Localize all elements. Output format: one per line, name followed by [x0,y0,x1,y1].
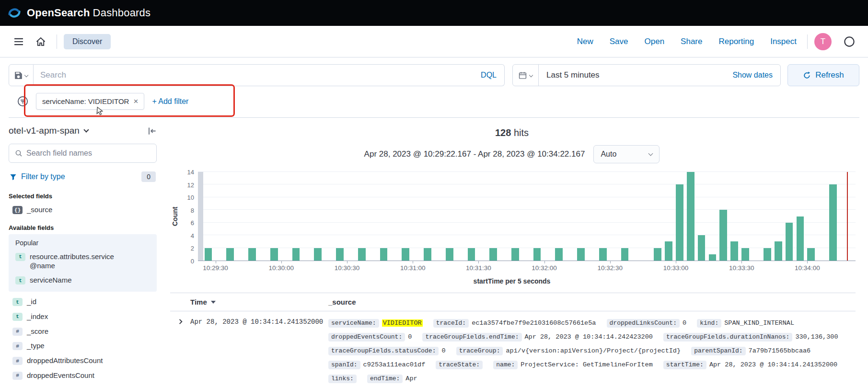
histogram-bar[interactable] [741,248,749,261]
histogram-bar[interactable] [577,248,585,261]
histogram-bar[interactable] [489,248,497,261]
histogram-bar[interactable] [599,248,607,261]
histogram-bar[interactable] [314,248,322,261]
sort-desc-icon[interactable] [211,301,216,304]
nav-link-new[interactable]: New [577,37,593,46]
available-fields-heading: Available fields [9,224,157,231]
histogram-bar[interactable] [797,216,804,261]
home-button[interactable] [32,33,50,51]
field-item-droppedEventsCount[interactable]: #droppedEventsCount [9,368,157,383]
source-field-traceGroupFields.statusCode: traceGroupFields.statusCode:0 [328,344,446,358]
field-item-_type[interactable]: #_type [9,339,157,353]
row-source: serviceName:VIDIEDITOR traceId:ec1a3574f… [328,316,856,386]
histogram-bar[interactable] [665,241,672,261]
histogram-bar[interactable] [807,248,815,261]
histogram-bar[interactable] [709,254,717,261]
x-tick-label: 10:29:30 [203,264,228,272]
histogram-bar[interactable] [205,248,212,261]
histogram-bar[interactable] [786,223,793,261]
histogram-bar[interactable] [248,248,256,261]
histogram-bar[interactable] [698,235,706,261]
histogram-bar[interactable] [292,248,300,261]
histogram-bar[interactable] [654,248,661,261]
interval-select[interactable]: Auto [593,145,660,163]
filter-pill[interactable]: serviceName: VIDIEDITOR × [36,93,144,110]
brand-title: OpenSearchDashboards [27,7,150,19]
histogram-bar[interactable] [555,248,563,261]
field-type-number-icon: # [12,372,23,380]
field-item-_score[interactable]: #_score [9,324,157,339]
x-tick-label: 10:33:00 [663,264,689,272]
nav-link-reporting[interactable]: Reporting [718,37,754,46]
histogram-bar[interactable] [402,248,409,261]
menu-button[interactable] [10,33,28,51]
histogram-bar[interactable] [676,184,683,261]
doc-table-body: Apr 28, 2023 @ 10:34:14.241352000service… [170,311,856,387]
x-tick-label: 10:30:00 [269,264,294,272]
expand-row-button[interactable] [170,316,190,325]
histogram-bar[interactable] [336,248,344,261]
collapse-left-icon [148,126,157,136]
histogram-bar[interactable] [270,248,278,261]
nav-link-inspect[interactable]: Inspect [770,37,797,46]
histogram-bar[interactable] [533,248,541,261]
y-tick-label: 8 [191,206,194,214]
collapse-sidebar-button[interactable] [148,126,157,136]
field-item-_id[interactable]: t_id [9,295,157,309]
histogram-bar[interactable] [621,248,629,261]
popular-heading: Popular [12,238,154,250]
filter-by-type[interactable]: Filter by type 0 [9,170,157,189]
nav-link-open[interactable]: Open [645,37,665,46]
histogram-bar[interactable] [424,248,431,261]
histogram-bar[interactable] [511,248,519,261]
field-name: serviceName [30,276,72,285]
field-item-serviceName[interactable]: tserviceName [12,273,154,288]
histogram-bar[interactable] [226,248,234,261]
breadcrumb[interactable]: Discover [64,34,111,49]
histogram-bar[interactable] [358,248,366,261]
search-input[interactable] [34,70,473,80]
filter-bar: serviceName: VIDIEDITOR × + Add filter [9,86,859,118]
field-item-resource.attributes.service@name[interactable]: tresource.attributes.service@name [12,250,154,273]
histogram-bar[interactable] [687,172,694,261]
field-item-_source[interactable]: {}_source [9,203,157,217]
y-tick-label: 10 [187,194,194,201]
query-language-button[interactable]: DQL [473,71,504,80]
histogram-bar[interactable] [446,248,453,261]
histogram-bar[interactable] [775,241,782,261]
histogram-bar[interactable] [468,248,475,261]
opensearch-logo-icon[interactable] [8,6,21,20]
nav-link-save[interactable]: Save [610,37,628,46]
time-range-display[interactable]: Last 5 minutes [539,65,725,86]
column-header-time[interactable]: Time [170,298,328,306]
field-name: _score [27,327,48,336]
histogram-bar[interactable] [719,210,727,261]
histogram-bar[interactable] [764,248,771,261]
filter-type-count-badge: 0 [141,171,156,182]
avatar[interactable]: T [814,33,832,50]
field-search-input[interactable] [26,149,150,158]
remove-filter-icon[interactable]: × [133,97,138,105]
x-tick-label: 10:32:30 [598,264,623,272]
histogram-bar[interactable] [380,248,388,261]
histogram-bar[interactable] [829,184,837,261]
user-menu-icon[interactable] [840,33,858,51]
saved-query-button[interactable] [9,64,34,86]
nav-link-share[interactable]: Share [681,37,702,46]
top-header-bar: OpenSearchDashboards [0,0,868,26]
refresh-button[interactable]: Refresh [787,64,859,86]
available-fields-list: t_idt_index#_score#_type#droppedAttribut… [9,295,157,383]
field-name: _index [27,312,48,321]
histogram-bar[interactable] [730,241,738,261]
chevron-down-icon [24,73,28,77]
save-icon [14,71,23,80]
calendar-button[interactable] [513,65,539,86]
field-name: _id [27,297,36,307]
source-field-startTime: startTime:Apr 28, 2023 @ 10:34:14.241352… [663,358,837,372]
add-filter-button[interactable]: + Add filter [152,97,188,106]
index-pattern-select[interactable]: otel-v1-apm-span [9,125,88,136]
show-dates-button[interactable]: Show dates [725,65,780,86]
field-item-droppedAttributesCount[interactable]: #droppedAttributesCount [9,353,157,368]
field-type-number-icon: # [12,328,23,336]
field-item-_index[interactable]: t_index [9,309,157,324]
